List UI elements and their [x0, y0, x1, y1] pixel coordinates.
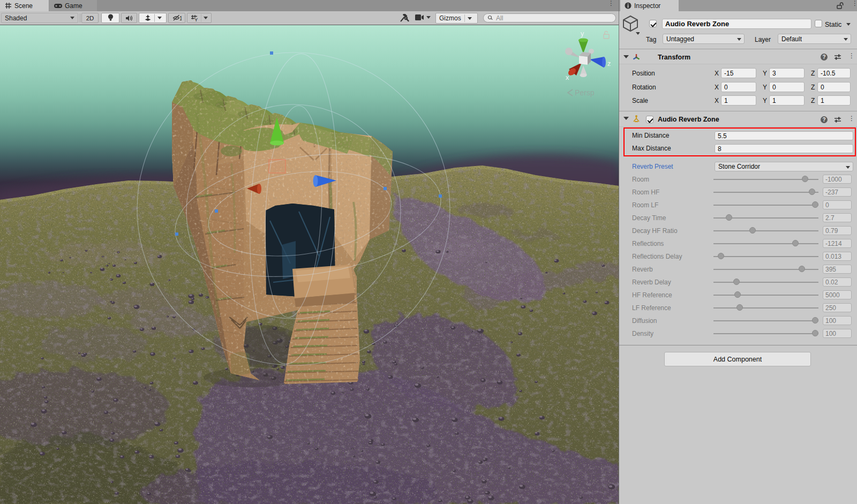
svg-text:1: 1 [179, 16, 182, 21]
svg-text:z: z [607, 59, 611, 67]
svg-text:x: x [566, 73, 569, 81]
svg-text:Persp: Persp [575, 88, 595, 97]
svg-text:Y: Y [194, 17, 198, 22]
svg-text:y: y [581, 29, 584, 37]
